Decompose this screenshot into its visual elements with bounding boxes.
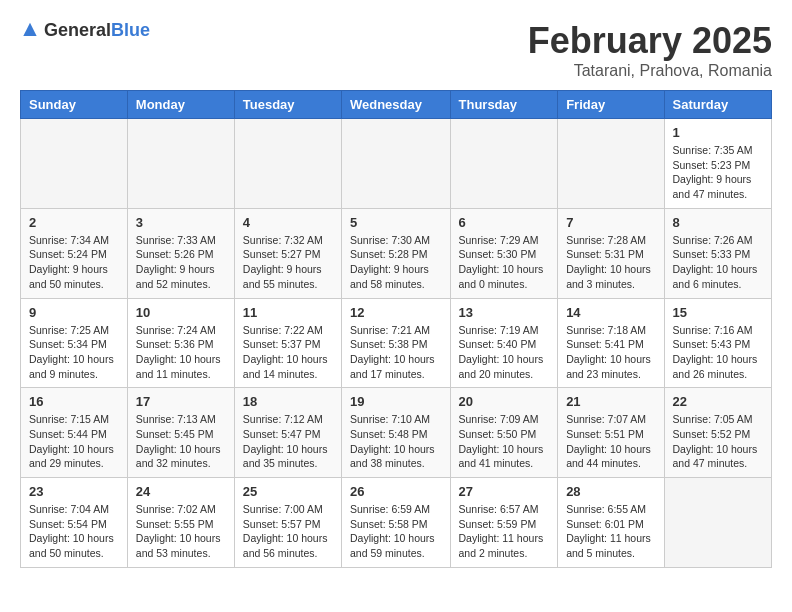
day-number: 2 (29, 215, 119, 230)
col-sunday: Sunday (21, 91, 128, 119)
calendar-table: Sunday Monday Tuesday Wednesday Thursday… (20, 90, 772, 568)
day-number: 21 (566, 394, 655, 409)
table-row: 23Sunrise: 7:04 AM Sunset: 5:54 PM Dayli… (21, 478, 128, 568)
day-number: 16 (29, 394, 119, 409)
page-header: GeneralBlue February 2025 Tatarani, Prah… (20, 20, 772, 80)
day-number: 9 (29, 305, 119, 320)
table-row (21, 119, 128, 209)
month-year-title: February 2025 (528, 20, 772, 62)
col-wednesday: Wednesday (341, 91, 450, 119)
day-info: Sunrise: 6:57 AM Sunset: 5:59 PM Dayligh… (459, 502, 550, 561)
day-number: 22 (673, 394, 763, 409)
day-info: Sunrise: 7:09 AM Sunset: 5:50 PM Dayligh… (459, 412, 550, 471)
day-number: 26 (350, 484, 442, 499)
table-row: 21Sunrise: 7:07 AM Sunset: 5:51 PM Dayli… (558, 388, 664, 478)
logo-icon (20, 21, 40, 41)
day-info: Sunrise: 7:28 AM Sunset: 5:31 PM Dayligh… (566, 233, 655, 292)
day-info: Sunrise: 7:15 AM Sunset: 5:44 PM Dayligh… (29, 412, 119, 471)
svg-marker-0 (23, 22, 36, 35)
table-row: 20Sunrise: 7:09 AM Sunset: 5:50 PM Dayli… (450, 388, 558, 478)
day-info: Sunrise: 6:59 AM Sunset: 5:58 PM Dayligh… (350, 502, 442, 561)
table-row: 14Sunrise: 7:18 AM Sunset: 5:41 PM Dayli… (558, 298, 664, 388)
day-info: Sunrise: 7:19 AM Sunset: 5:40 PM Dayligh… (459, 323, 550, 382)
day-number: 18 (243, 394, 333, 409)
col-friday: Friday (558, 91, 664, 119)
day-number: 15 (673, 305, 763, 320)
table-row: 17Sunrise: 7:13 AM Sunset: 5:45 PM Dayli… (127, 388, 234, 478)
day-info: Sunrise: 7:22 AM Sunset: 5:37 PM Dayligh… (243, 323, 333, 382)
day-info: Sunrise: 7:35 AM Sunset: 5:23 PM Dayligh… (673, 143, 763, 202)
col-tuesday: Tuesday (234, 91, 341, 119)
table-row: 4Sunrise: 7:32 AM Sunset: 5:27 PM Daylig… (234, 208, 341, 298)
day-number: 13 (459, 305, 550, 320)
table-row (127, 119, 234, 209)
day-info: Sunrise: 7:30 AM Sunset: 5:28 PM Dayligh… (350, 233, 442, 292)
day-number: 28 (566, 484, 655, 499)
table-row: 9Sunrise: 7:25 AM Sunset: 5:34 PM Daylig… (21, 298, 128, 388)
table-row (664, 478, 771, 568)
day-info: Sunrise: 7:10 AM Sunset: 5:48 PM Dayligh… (350, 412, 442, 471)
logo-text: GeneralBlue (44, 20, 150, 41)
day-info: Sunrise: 7:18 AM Sunset: 5:41 PM Dayligh… (566, 323, 655, 382)
day-number: 24 (136, 484, 226, 499)
day-info: Sunrise: 7:13 AM Sunset: 5:45 PM Dayligh… (136, 412, 226, 471)
title-section: February 2025 Tatarani, Prahova, Romania (528, 20, 772, 80)
day-number: 10 (136, 305, 226, 320)
table-row: 1Sunrise: 7:35 AM Sunset: 5:23 PM Daylig… (664, 119, 771, 209)
table-row (450, 119, 558, 209)
day-info: Sunrise: 7:34 AM Sunset: 5:24 PM Dayligh… (29, 233, 119, 292)
table-row: 16Sunrise: 7:15 AM Sunset: 5:44 PM Dayli… (21, 388, 128, 478)
day-number: 6 (459, 215, 550, 230)
day-number: 17 (136, 394, 226, 409)
table-row: 25Sunrise: 7:00 AM Sunset: 5:57 PM Dayli… (234, 478, 341, 568)
table-row (341, 119, 450, 209)
table-row: 15Sunrise: 7:16 AM Sunset: 5:43 PM Dayli… (664, 298, 771, 388)
day-info: Sunrise: 7:29 AM Sunset: 5:30 PM Dayligh… (459, 233, 550, 292)
col-thursday: Thursday (450, 91, 558, 119)
table-row: 3Sunrise: 7:33 AM Sunset: 5:26 PM Daylig… (127, 208, 234, 298)
day-info: Sunrise: 7:05 AM Sunset: 5:52 PM Dayligh… (673, 412, 763, 471)
day-number: 25 (243, 484, 333, 499)
day-number: 19 (350, 394, 442, 409)
table-row: 22Sunrise: 7:05 AM Sunset: 5:52 PM Dayli… (664, 388, 771, 478)
day-info: Sunrise: 7:24 AM Sunset: 5:36 PM Dayligh… (136, 323, 226, 382)
day-info: Sunrise: 7:02 AM Sunset: 5:55 PM Dayligh… (136, 502, 226, 561)
table-row: 2Sunrise: 7:34 AM Sunset: 5:24 PM Daylig… (21, 208, 128, 298)
table-row: 26Sunrise: 6:59 AM Sunset: 5:58 PM Dayli… (341, 478, 450, 568)
table-row: 5Sunrise: 7:30 AM Sunset: 5:28 PM Daylig… (341, 208, 450, 298)
table-row: 12Sunrise: 7:21 AM Sunset: 5:38 PM Dayli… (341, 298, 450, 388)
day-number: 4 (243, 215, 333, 230)
col-saturday: Saturday (664, 91, 771, 119)
day-info: Sunrise: 7:33 AM Sunset: 5:26 PM Dayligh… (136, 233, 226, 292)
table-row: 7Sunrise: 7:28 AM Sunset: 5:31 PM Daylig… (558, 208, 664, 298)
location-subtitle: Tatarani, Prahova, Romania (528, 62, 772, 80)
day-number: 27 (459, 484, 550, 499)
day-info: Sunrise: 7:32 AM Sunset: 5:27 PM Dayligh… (243, 233, 333, 292)
table-row: 10Sunrise: 7:24 AM Sunset: 5:36 PM Dayli… (127, 298, 234, 388)
day-info: Sunrise: 7:04 AM Sunset: 5:54 PM Dayligh… (29, 502, 119, 561)
day-number: 14 (566, 305, 655, 320)
day-info: Sunrise: 7:12 AM Sunset: 5:47 PM Dayligh… (243, 412, 333, 471)
day-number: 23 (29, 484, 119, 499)
day-number: 12 (350, 305, 442, 320)
day-number: 1 (673, 125, 763, 140)
table-row: 11Sunrise: 7:22 AM Sunset: 5:37 PM Dayli… (234, 298, 341, 388)
calendar-week-row: 16Sunrise: 7:15 AM Sunset: 5:44 PM Dayli… (21, 388, 772, 478)
day-info: Sunrise: 7:00 AM Sunset: 5:57 PM Dayligh… (243, 502, 333, 561)
day-number: 7 (566, 215, 655, 230)
day-number: 3 (136, 215, 226, 230)
day-info: Sunrise: 7:25 AM Sunset: 5:34 PM Dayligh… (29, 323, 119, 382)
calendar-week-row: 9Sunrise: 7:25 AM Sunset: 5:34 PM Daylig… (21, 298, 772, 388)
day-number: 8 (673, 215, 763, 230)
table-row: 13Sunrise: 7:19 AM Sunset: 5:40 PM Dayli… (450, 298, 558, 388)
col-monday: Monday (127, 91, 234, 119)
calendar-week-row: 23Sunrise: 7:04 AM Sunset: 5:54 PM Dayli… (21, 478, 772, 568)
day-number: 11 (243, 305, 333, 320)
table-row: 24Sunrise: 7:02 AM Sunset: 5:55 PM Dayli… (127, 478, 234, 568)
table-row: 27Sunrise: 6:57 AM Sunset: 5:59 PM Dayli… (450, 478, 558, 568)
table-row (558, 119, 664, 209)
day-info: Sunrise: 7:07 AM Sunset: 5:51 PM Dayligh… (566, 412, 655, 471)
calendar-week-row: 1Sunrise: 7:35 AM Sunset: 5:23 PM Daylig… (21, 119, 772, 209)
table-row (234, 119, 341, 209)
day-info: Sunrise: 7:21 AM Sunset: 5:38 PM Dayligh… (350, 323, 442, 382)
